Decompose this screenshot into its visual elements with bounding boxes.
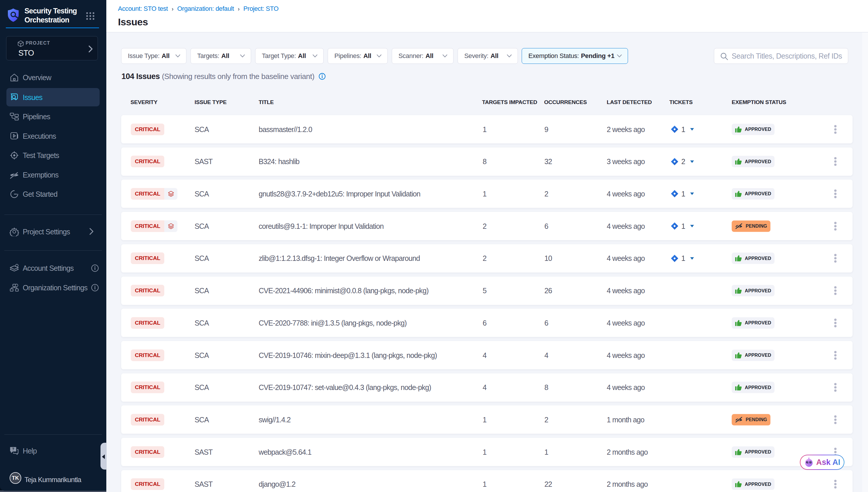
svg-text:?: ? — [12, 447, 14, 451]
